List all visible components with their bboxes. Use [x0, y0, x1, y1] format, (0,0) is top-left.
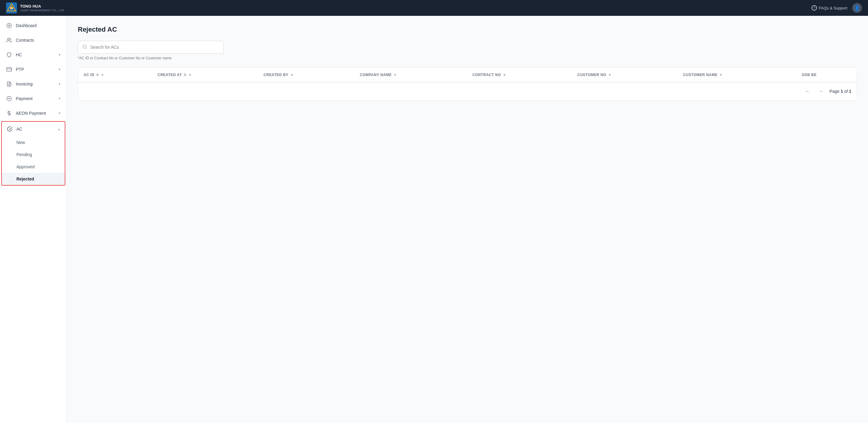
col-contract-no: CONTRACT NO ▼ — [467, 68, 572, 82]
topbar-right: ? FAQs & Support 👤 — [811, 3, 862, 13]
invoicing-icon — [6, 81, 12, 87]
page-title: Rejected AC — [78, 26, 857, 33]
sidebar-item-ptp[interactable]: PTP ▾ — [0, 62, 67, 77]
svg-point-6 — [8, 38, 9, 40]
page-info: Page 1 of 1 — [829, 89, 851, 94]
sidebar-item-hc-label: HC — [16, 52, 55, 57]
topbar: TH TONG HUA ASSET MANAGEMENT CO., LTD ? … — [0, 0, 868, 16]
customer-name-filter-icon[interactable]: ▼ — [719, 73, 723, 77]
search-hint: *AC ID or Contract No or Customer No or … — [78, 56, 857, 60]
col-osb-be: OSB BE — [796, 68, 857, 82]
ac-approved-label: Approved — [17, 164, 35, 169]
sidebar-item-dashboard-label: Dashboard — [16, 23, 60, 28]
table-wrapper: AC ID ⇅ ▼ CREATED AT ⇅ ▼ — [78, 67, 857, 101]
ptp-icon — [6, 66, 12, 73]
prev-page-button[interactable]: ← — [803, 87, 812, 95]
ac-icon — [7, 126, 13, 132]
faq-link[interactable]: ? FAQs & Support — [811, 5, 847, 11]
svg-point-15 — [83, 45, 86, 48]
svg-point-4 — [7, 23, 11, 28]
sidebar: Dashboard Contracts HC ▾ PTP ▾ — [0, 16, 67, 423]
next-page-button[interactable]: → — [816, 87, 826, 95]
svg-line-16 — [86, 48, 87, 49]
user-icon: 👤 — [854, 5, 860, 11]
col-created-by: CREATED BY ▼ — [258, 68, 354, 82]
sidebar-item-hc[interactable]: HC ▾ — [0, 48, 67, 62]
main-content: Rejected AC *AC ID or Contract No or Cus… — [67, 16, 868, 423]
logo-icon: TH — [6, 2, 17, 13]
layout: Dashboard Contracts HC ▾ PTP ▾ — [0, 16, 868, 423]
aeon-payment-icon — [6, 110, 12, 116]
svg-rect-7 — [7, 67, 12, 71]
ac-pending-label: Pending — [17, 152, 32, 157]
sidebar-item-invoicing[interactable]: Invoicing ▾ — [0, 77, 67, 91]
sidebar-item-payment[interactable]: Payment ▾ — [0, 91, 67, 106]
col-company-name: COMPANY NAME ▼ — [354, 68, 467, 82]
sidebar-item-ac-approved[interactable]: Approved — [2, 161, 65, 173]
search-box — [78, 41, 224, 54]
pagination: ← → Page 1 of 1 — [78, 82, 857, 100]
table-header-row: AC ID ⇅ ▼ CREATED AT ⇅ ▼ — [78, 68, 857, 82]
sidebar-item-invoicing-label: Invoicing — [16, 82, 55, 86]
created-at-filter-icon[interactable]: ▼ — [188, 73, 192, 77]
col-ac-id: AC ID ⇅ ▼ — [78, 68, 152, 82]
ac-chevron-icon: ▴ — [58, 127, 60, 131]
sidebar-item-contracts-label: Contracts — [16, 38, 60, 43]
page-label: Page — [829, 89, 839, 94]
search-icon — [82, 45, 87, 50]
contracts-icon — [6, 37, 12, 43]
of-label: of — [844, 89, 848, 94]
ac-rejected-label: Rejected — [17, 176, 34, 181]
col-customer-no: CUSTOMER NO ▼ — [572, 68, 678, 82]
search-container — [78, 41, 857, 54]
sidebar-item-contracts[interactable]: Contracts — [0, 33, 67, 48]
ac-id-sort-icon[interactable]: ⇅ — [96, 73, 99, 77]
logo: TH TONG HUA ASSET MANAGEMENT CO., LTD — [6, 2, 64, 13]
ac-new-label: New — [17, 140, 25, 145]
user-avatar[interactable]: 👤 — [852, 3, 862, 13]
search-input[interactable] — [90, 45, 219, 50]
sidebar-item-ptp-label: PTP — [16, 67, 55, 72]
logo-sub: ASSET MANAGEMENT CO., LTD — [20, 9, 64, 12]
sidebar-item-dashboard[interactable]: Dashboard — [0, 18, 67, 33]
ac-id-filter-icon[interactable]: ▼ — [101, 73, 104, 77]
ptp-chevron-icon: ▾ — [59, 67, 60, 72]
company-name-filter-icon[interactable]: ▼ — [394, 73, 397, 77]
created-by-filter-icon[interactable]: ▼ — [290, 73, 293, 77]
sidebar-item-ac-label: AC — [17, 126, 54, 132]
payment-chevron-icon: ▾ — [59, 96, 60, 101]
ac-table: AC ID ⇅ ▼ CREATED AT ⇅ ▼ — [78, 68, 857, 82]
created-at-sort-icon[interactable]: ⇅ — [184, 73, 186, 77]
sidebar-item-ac-new[interactable]: New — [2, 136, 65, 148]
sidebar-item-ac-rejected[interactable]: Rejected — [2, 173, 65, 185]
logo-name: TONG HUA — [20, 4, 64, 9]
col-customer-name: CUSTOMER NAME ▼ — [677, 68, 796, 82]
sidebar-item-ac-pending[interactable]: Pending — [2, 148, 65, 161]
current-page: 1 — [841, 89, 843, 94]
sidebar-item-aeon-payment-label: AEON Payment — [16, 111, 55, 116]
contract-no-filter-icon[interactable]: ▼ — [503, 73, 506, 77]
sidebar-item-aeon-payment[interactable]: AEON Payment ▾ — [0, 106, 67, 120]
hc-chevron-icon: ▾ — [59, 53, 60, 57]
payment-icon — [6, 95, 12, 102]
col-created-at: CREATED AT ⇅ ▼ — [152, 68, 258, 82]
svg-text:TH: TH — [10, 7, 13, 10]
sidebar-item-payment-label: Payment — [16, 96, 55, 101]
svg-point-5 — [8, 25, 10, 26]
hc-icon — [6, 52, 12, 58]
faq-label: FAQs & Support — [819, 6, 847, 10]
total-pages: 1 — [849, 89, 851, 94]
aeon-payment-chevron-icon: ▾ — [59, 111, 60, 115]
customer-no-filter-icon[interactable]: ▼ — [608, 73, 612, 77]
ac-section: AC ▴ New Pending Approved Rejected — [1, 121, 65, 186]
sidebar-item-ac[interactable]: AC ▴ — [2, 122, 65, 136]
invoicing-chevron-icon: ▾ — [59, 82, 60, 86]
question-icon: ? — [811, 5, 817, 11]
dashboard-icon — [6, 23, 12, 29]
